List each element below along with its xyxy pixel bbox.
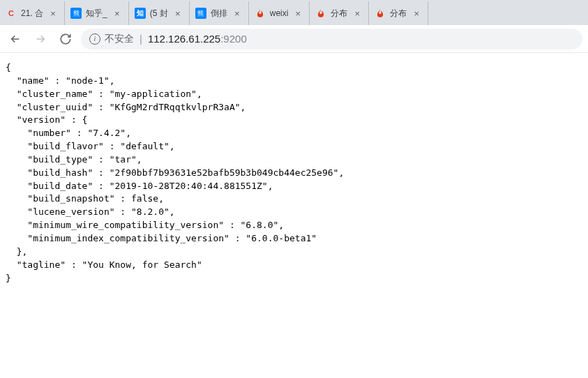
browser-tab[interactable]: 熊知乎_× xyxy=(65,1,129,25)
close-icon[interactable]: × xyxy=(352,8,363,19)
fire-icon xyxy=(375,8,386,19)
forward-button[interactable] xyxy=(31,29,50,49)
csdn-icon: C xyxy=(6,8,17,19)
tab-title: 分布 xyxy=(390,8,407,20)
zhihu-bear-icon: 熊 xyxy=(195,8,206,19)
zhihu-bear-icon: 熊 xyxy=(70,8,82,19)
browser-tab[interactable]: 知(5 封× xyxy=(129,1,190,25)
tab-title: 倒排 xyxy=(211,8,227,20)
tab-bar: C21. 合×熊知乎_×知(5 封×熊倒排×weixi×分布×分布× xyxy=(0,0,588,25)
close-icon[interactable]: × xyxy=(47,8,59,19)
url-divider: | xyxy=(140,33,142,45)
tab-title: 21. 合 xyxy=(21,8,43,20)
back-button[interactable] xyxy=(6,29,25,49)
close-icon[interactable]: × xyxy=(411,8,422,19)
close-icon[interactable]: × xyxy=(112,8,123,19)
fire-icon xyxy=(315,8,326,19)
url-port: :9200 xyxy=(220,33,247,45)
not-secure-label: 不安全 xyxy=(105,33,134,45)
zhihu-icon: 知 xyxy=(135,8,146,19)
browser-tab[interactable]: 分布× xyxy=(369,1,428,25)
browser-tab[interactable]: C21. 合× xyxy=(0,1,65,25)
url-text: 112.126.61.225:9200 xyxy=(148,33,247,45)
tab-title: (5 封 xyxy=(150,8,168,20)
security-indicator[interactable]: i 不安全 xyxy=(89,33,134,45)
reload-button[interactable] xyxy=(56,29,75,49)
browser-tab[interactable]: weixi× xyxy=(249,1,310,25)
url-host: 112.126.61.225 xyxy=(148,33,220,45)
address-bar[interactable]: i 不安全 | 112.126.61.225:9200 xyxy=(81,29,582,50)
browser-toolbar: i 不安全 | 112.126.61.225:9200 xyxy=(0,25,588,53)
close-icon[interactable]: × xyxy=(172,8,183,19)
info-icon: i xyxy=(89,33,100,45)
close-icon[interactable]: × xyxy=(232,8,243,19)
browser-tab[interactable]: 熊倒排× xyxy=(190,1,249,25)
tab-title: 分布 xyxy=(331,8,347,20)
tab-title: 知乎_ xyxy=(86,8,107,20)
close-icon[interactable]: × xyxy=(292,8,303,19)
tab-title: weixi xyxy=(270,8,289,18)
browser-tab[interactable]: 分布× xyxy=(310,1,369,25)
fire-icon xyxy=(255,8,266,19)
response-body: { "name" : "node-1", "cluster_name" : "m… xyxy=(0,53,588,293)
